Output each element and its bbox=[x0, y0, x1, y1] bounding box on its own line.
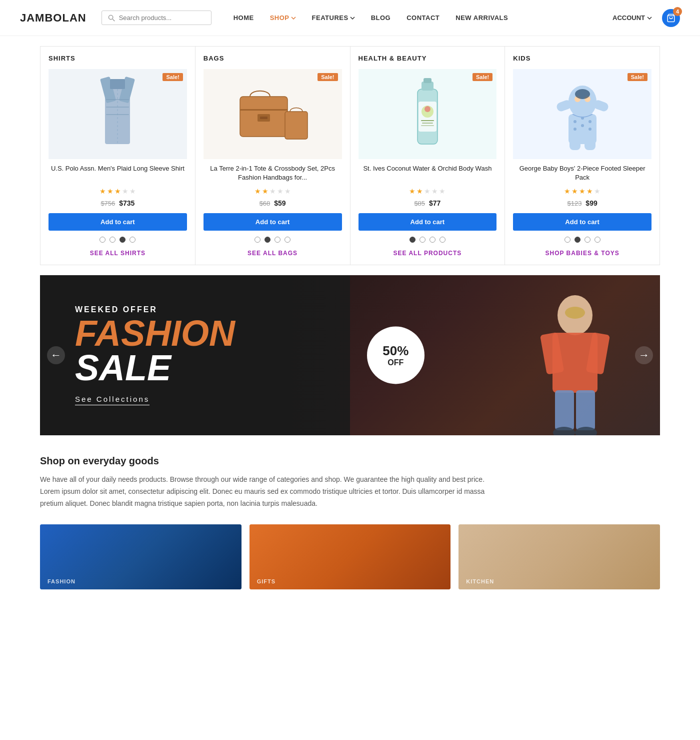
add-to-cart-shirt[interactable]: Add to cart bbox=[48, 213, 187, 231]
svg-rect-33 bbox=[584, 139, 596, 150]
banner-nav-right[interactable]: → bbox=[635, 346, 653, 364]
svg-rect-16 bbox=[285, 112, 308, 139]
dot-3-active[interactable] bbox=[120, 237, 126, 243]
product-name-shirt: U.S. Polo Assn. Men's Plaid Long Sleeve … bbox=[48, 164, 187, 183]
promo-banner: ← WEEKED OFFER FASHION SALE See Collecti… bbox=[40, 275, 660, 435]
dot-1[interactable] bbox=[564, 237, 570, 243]
product-sections: SHIRTS Sale! U.S. Polo Assn. Men's Plaid… bbox=[0, 36, 700, 275]
svg-point-38 bbox=[581, 124, 584, 127]
cart-button[interactable]: 4 bbox=[662, 9, 680, 27]
svg-point-34 bbox=[574, 120, 576, 123]
banner-text-area: WEEKED OFFER FASHION SALE See Collection… bbox=[40, 285, 270, 425]
dot-4[interactable] bbox=[594, 237, 600, 243]
search-input[interactable] bbox=[119, 14, 205, 22]
star-rating-bags: ★ ★ ★ ★ ★ bbox=[204, 187, 342, 195]
star-3: ★ bbox=[114, 187, 121, 195]
nav-item-home[interactable]: HOME bbox=[226, 14, 261, 22]
bottom-image-gifts[interactable]: GIFTS bbox=[250, 524, 451, 589]
percent-value: 50% bbox=[382, 344, 408, 358]
svg-rect-10 bbox=[106, 114, 129, 115]
dot-2-active[interactable] bbox=[264, 237, 270, 243]
dot-4[interactable] bbox=[284, 237, 290, 243]
dot-4[interactable] bbox=[440, 237, 446, 243]
new-price-bags: $59 bbox=[274, 199, 286, 207]
nav-item-new-arrivals[interactable]: NEW ARRIVALS bbox=[448, 14, 515, 22]
product-card-bags: Sale! La Terre 2-in-1 Tote & Crossbody S… bbox=[204, 69, 342, 257]
svg-point-42 bbox=[575, 89, 590, 99]
dot-2[interactable] bbox=[110, 237, 116, 243]
svg-rect-6 bbox=[110, 79, 125, 89]
col-title-health: HEALTH & BEAUTY bbox=[358, 55, 497, 62]
banner-nav-left[interactable]: ← bbox=[47, 346, 65, 364]
percent-off-label: OFF bbox=[388, 358, 404, 367]
price-row-shirt: $756 $735 bbox=[48, 199, 187, 207]
header: JAMBOLAN HOME SHOP FEATURES BLOG CONTACT… bbox=[0, 0, 700, 36]
price-row-bags: $68 $59 bbox=[204, 199, 342, 207]
add-to-cart-bags[interactable]: Add to cart bbox=[204, 213, 342, 231]
new-price-shirt: $735 bbox=[119, 199, 134, 207]
product-col-kids: KIDS Sale! bbox=[505, 46, 660, 265]
dot-1[interactable] bbox=[100, 237, 106, 243]
see-all-bags[interactable]: SEE ALL BAGS bbox=[204, 250, 342, 257]
bottom-image-kitchen[interactable]: KITCHEN bbox=[458, 524, 660, 589]
product-image-health[interactable] bbox=[358, 69, 497, 159]
see-all-shirts[interactable]: SEE ALL SHIRTS bbox=[48, 250, 187, 257]
nav-item-blog[interactable]: BLOG bbox=[364, 14, 398, 22]
nav-item-shop[interactable]: SHOP bbox=[263, 14, 303, 22]
product-card-health: Sale! St. Ives Coconut Water & bbox=[358, 69, 497, 257]
sale-badge-kids: Sale! bbox=[628, 73, 648, 81]
product-col-health: HEALTH & BEAUTY Sale! bbox=[350, 46, 506, 265]
dot-3[interactable] bbox=[274, 237, 280, 243]
svg-rect-32 bbox=[570, 139, 580, 150]
dot-2-active[interactable] bbox=[574, 237, 580, 243]
dot-2[interactable] bbox=[420, 237, 426, 243]
add-to-cart-health[interactable]: Add to cart bbox=[358, 213, 497, 231]
nav-item-features[interactable]: FEATURES bbox=[305, 14, 362, 22]
old-price-health: $85 bbox=[414, 200, 425, 207]
product-name-bags: La Terre 2-in-1 Tote & Crossbody Set, 2P… bbox=[204, 164, 342, 183]
product-card-kids: Sale! bbox=[513, 69, 652, 257]
account-button[interactable]: ACCOUNT bbox=[612, 14, 652, 22]
product-name-health: St. Ives Coconut Water & Orchid Body Was… bbox=[358, 164, 497, 183]
product-name-kids: George Baby Boys' 2-Piece Footed Sleeper… bbox=[513, 164, 652, 183]
logo[interactable]: JAMBOLAN bbox=[20, 12, 86, 25]
svg-rect-14 bbox=[260, 117, 268, 119]
product-col-bags: BAGS Sale! La Terre 2-in-1 Tot bbox=[196, 46, 350, 265]
see-all-products[interactable]: SEE ALL PRODUCTS bbox=[358, 250, 497, 257]
svg-rect-24 bbox=[421, 120, 434, 121]
svg-point-0 bbox=[108, 15, 112, 19]
chevron-down-icon bbox=[647, 17, 652, 20]
svg-point-39 bbox=[588, 128, 592, 131]
dot-3[interactable] bbox=[430, 237, 436, 243]
svg-line-1 bbox=[112, 19, 114, 21]
svg-point-51 bbox=[565, 307, 585, 319]
product-image-shirt[interactable] bbox=[48, 69, 187, 159]
dot-3[interactable] bbox=[584, 237, 590, 243]
dots-shirt bbox=[48, 237, 187, 243]
shop-section-desc: We have all of your daily needs products… bbox=[40, 474, 500, 509]
svg-rect-8 bbox=[106, 99, 129, 100]
shop-babies-toys[interactable]: SHOP BABIES & TOYS bbox=[513, 250, 652, 257]
product-image-kids[interactable] bbox=[513, 69, 652, 159]
old-price-shirt: $756 bbox=[100, 200, 115, 207]
main-nav: HOME SHOP FEATURES BLOG CONTACT NEW ARRI… bbox=[226, 14, 516, 22]
svg-rect-21 bbox=[424, 78, 432, 83]
see-collections-button[interactable]: See Collections bbox=[75, 395, 150, 405]
col-title-bags: BAGS bbox=[204, 55, 342, 62]
bottom-image-fashion[interactable]: FASHION bbox=[40, 524, 242, 589]
search-bar bbox=[102, 11, 212, 25]
dot-1-active[interactable] bbox=[410, 237, 416, 243]
price-row-kids: $123 $99 bbox=[513, 199, 652, 207]
shop-section-title: Shop on everyday goods bbox=[40, 455, 660, 467]
dots-bags bbox=[204, 237, 342, 243]
nav-item-contact[interactable]: CONTACT bbox=[400, 14, 446, 22]
dot-4[interactable] bbox=[130, 237, 136, 243]
dot-1[interactable] bbox=[254, 237, 260, 243]
product-col-shirts: SHIRTS Sale! U.S. Polo Assn. Men's Plaid… bbox=[40, 46, 196, 265]
add-to-cart-kids[interactable]: Add to cart bbox=[513, 213, 652, 231]
product-image-bags[interactable] bbox=[204, 69, 342, 159]
svg-rect-48 bbox=[576, 390, 595, 430]
banner-title-fashion: FASHION bbox=[75, 316, 235, 350]
svg-point-27 bbox=[424, 106, 430, 112]
star-rating-health: ★ ★ ★ ★ ★ bbox=[358, 187, 497, 195]
